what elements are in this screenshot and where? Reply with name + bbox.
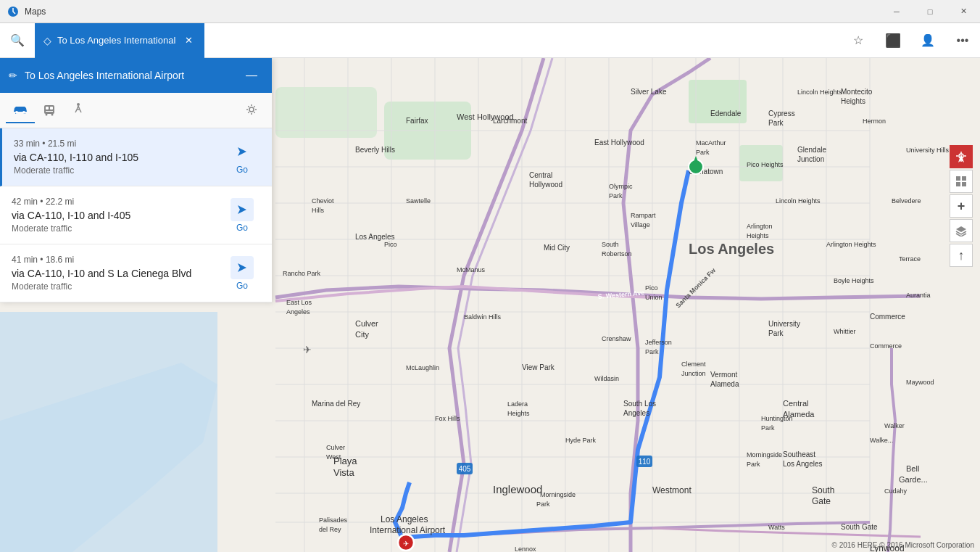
- route-go-1[interactable]: Go: [224, 198, 260, 233]
- walking-mode-button[interactable]: [64, 97, 93, 123]
- svg-text:Culver: Culver: [355, 319, 378, 328]
- svg-text:Hills: Hills: [312, 207, 324, 214]
- svg-text:Marina del Rey: Marina del Rey: [312, 400, 360, 408]
- svg-text:Aurantia: Aurantia: [906, 292, 931, 299]
- svg-text:Garde...: Garde...: [899, 475, 928, 484]
- panel-minimize-button[interactable]: —: [240, 64, 263, 87]
- svg-text:East Los: East Los: [286, 299, 312, 306]
- svg-text:Wildasin: Wildasin: [594, 375, 619, 382]
- svg-text:Park: Park: [536, 500, 550, 508]
- svg-text:Huntington: Huntington: [761, 415, 793, 422]
- panel-edit-icon: ✏: [9, 70, 17, 81]
- map-controls: + ↑: [950, 145, 973, 267]
- svg-text:Bell: Bell: [906, 464, 919, 473]
- svg-text:Ladera: Ladera: [507, 400, 528, 408]
- svg-text:✈: ✈: [303, 344, 312, 355]
- svg-point-168: [249, 107, 254, 112]
- svg-text:Vermont: Vermont: [710, 371, 737, 379]
- svg-text:Vista: Vista: [333, 467, 354, 478]
- route-settings-button[interactable]: [237, 97, 266, 123]
- maximize-button[interactable]: □: [913, 0, 947, 23]
- svg-text:Lennox: Lennox: [515, 545, 536, 552]
- svg-text:Park: Park: [768, 329, 784, 337]
- panel-minimize-icon: —: [246, 69, 257, 82]
- svg-text:Lincoln Heights: Lincoln Heights: [797, 88, 842, 96]
- svg-text:Whittier: Whittier: [834, 328, 856, 335]
- svg-text:Heights: Heights: [841, 97, 865, 105]
- account-button[interactable]: 👤: [910, 23, 945, 58]
- minimize-button[interactable]: ─: [880, 0, 913, 23]
- svg-text:Morningside: Morningside: [540, 491, 576, 498]
- svg-text:Edendale: Edendale: [710, 110, 742, 118]
- svg-marker-169: [238, 147, 246, 156]
- title-bar-title: Maps: [25, 7, 46, 17]
- go-arrow-0: [231, 140, 254, 163]
- layers-button[interactable]: [950, 219, 973, 242]
- more-icon: •••: [957, 34, 969, 47]
- title-bar-left: Maps: [0, 6, 46, 17]
- svg-text:Olympic: Olympic: [609, 183, 633, 190]
- search-button[interactable]: 🔍: [0, 23, 35, 58]
- svg-text:Los Angeles: Los Angeles: [381, 514, 428, 524]
- zoom-out-button[interactable]: ↑: [950, 244, 973, 267]
- svg-text:Los Angeles: Los Angeles: [689, 241, 774, 257]
- svg-point-167: [77, 103, 80, 106]
- route-go-0[interactable]: Go: [224, 140, 260, 175]
- location-button[interactable]: [950, 145, 973, 168]
- svg-text:Glendale: Glendale: [797, 146, 826, 154]
- download-button[interactable]: ⬛: [876, 23, 910, 58]
- map-container[interactable]: West Hollywood Beverly Hills Los Angeles…: [0, 58, 980, 552]
- svg-text:Junction: Junction: [797, 155, 824, 163]
- car-icon: [12, 102, 28, 118]
- svg-text:Angeles: Angeles: [286, 308, 310, 316]
- svg-marker-170: [238, 205, 246, 214]
- svg-text:Angeles: Angeles: [623, 409, 649, 417]
- svg-text:Alameda: Alameda: [710, 380, 739, 388]
- layers-icon: [955, 225, 967, 236]
- route-option-1[interactable]: 42 min • 22.2 mi via CA-110, I-10 and I-…: [0, 186, 272, 244]
- zoom-in-button[interactable]: +: [950, 194, 973, 218]
- route-option-0[interactable]: 33 min • 21.5 mi via CA-110, I-110 and I…: [0, 128, 272, 186]
- svg-text:Culver: Culver: [326, 444, 345, 451]
- route-time-dist-1: 42 min • 22.2 mi: [12, 197, 224, 207]
- title-bar: Maps ─ □ ✕: [0, 0, 980, 23]
- svg-text:University: University: [768, 320, 800, 328]
- svg-text:Walker: Walker: [884, 422, 905, 429]
- svg-text:Inglewood: Inglewood: [493, 483, 542, 495]
- go-arrow-2: [231, 256, 254, 279]
- route-name-2: via CA-110, I-10 and S La Cienega Blvd: [12, 268, 224, 279]
- tab-close-button[interactable]: ✕: [181, 33, 196, 48]
- route-name-0: via CA-110, I-110 and I-105: [14, 152, 224, 163]
- svg-text:Park: Park: [761, 424, 775, 432]
- route-option-2[interactable]: 41 min • 18.6 mi via CA-110, I-10 and S …: [0, 244, 272, 302]
- svg-text:Fox Hills: Fox Hills: [435, 415, 460, 422]
- svg-text:South: South: [812, 485, 834, 495]
- svg-text:Terrace: Terrace: [899, 255, 921, 263]
- walking-icon: [70, 102, 86, 118]
- car-mode-button[interactable]: [6, 97, 35, 123]
- svg-text:Jefferson: Jefferson: [645, 339, 672, 346]
- favorites-button[interactable]: ☆: [841, 23, 876, 58]
- svg-text:South: South: [602, 241, 619, 248]
- svg-text:Los Angeles: Los Angeles: [783, 460, 823, 468]
- svg-text:Park: Park: [747, 461, 760, 468]
- svg-point-160: [22, 111, 25, 114]
- more-button[interactable]: •••: [945, 23, 980, 58]
- svg-text:Lincoln Heights: Lincoln Heights: [776, 197, 821, 205]
- svg-text:Cypress: Cypress: [768, 110, 795, 118]
- close-button[interactable]: ✕: [947, 0, 980, 23]
- svg-rect-161: [44, 105, 54, 114]
- transit-mode-button[interactable]: [35, 97, 64, 123]
- panel-title: To Los Angeles International Airport: [25, 70, 233, 81]
- svg-text:Hermon: Hermon: [863, 118, 886, 125]
- svg-text:Rancho Park: Rancho Park: [283, 270, 321, 277]
- active-tab[interactable]: ◇ To Los Angeles International ✕: [35, 23, 204, 58]
- svg-marker-171: [238, 263, 246, 272]
- svg-text:Heights: Heights: [507, 410, 530, 417]
- svg-text:Cudahy: Cudahy: [884, 487, 908, 495]
- route-go-2[interactable]: Go: [224, 256, 260, 291]
- download-icon: ⬛: [885, 33, 901, 49]
- map-style-button[interactable]: [950, 170, 973, 193]
- svg-point-165: [46, 114, 48, 116]
- transit-icon: [41, 102, 57, 118]
